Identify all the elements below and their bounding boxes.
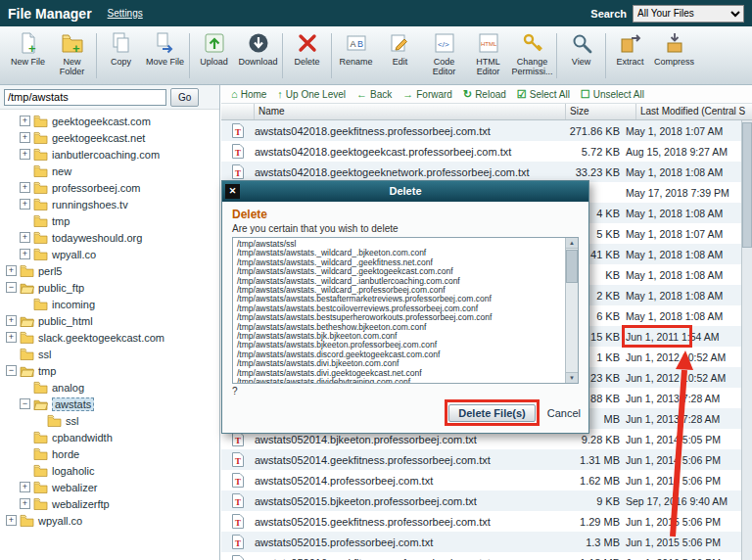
toolbar-new-file[interactable]: +New File xyxy=(6,30,50,67)
tree-item-ianbutlercoaching-com[interactable]: +ianbutlercoaching.com xyxy=(0,146,219,163)
file-row[interactable]: Tawstats052015.geekfitness.professorbeej… xyxy=(221,511,741,532)
tree-item-analog[interactable]: analog xyxy=(0,379,219,396)
tree-item-horde[interactable]: horde xyxy=(0,445,219,462)
collapse-icon[interactable]: − xyxy=(6,282,17,293)
collapse-icon[interactable]: − xyxy=(6,365,17,376)
expand-icon[interactable]: + xyxy=(20,498,30,509)
toolbar-change-permissi[interactable]: Change Permissi... xyxy=(510,30,554,76)
toolbar-copy[interactable]: Copy xyxy=(99,30,143,67)
settings-link[interactable]: Settings xyxy=(108,8,143,19)
tree-item-logaholic[interactable]: logaholic xyxy=(0,462,219,479)
back-icon: ← xyxy=(356,89,367,100)
search-filter-select[interactable]: All Your Files xyxy=(633,5,744,23)
file-row[interactable]: Tawstats052015.bjkeeton.professorbeej.co… xyxy=(221,490,741,511)
column-modified[interactable]: Last Modified (Central S xyxy=(636,104,752,119)
tree-item-geektogeekcast-net[interactable]: +geektogeekcast.net xyxy=(0,129,219,146)
tree-item-geektogeekcast-com[interactable]: +geektogeekcast.com xyxy=(0,113,219,129)
column-size[interactable]: Size xyxy=(566,104,636,119)
action-select-all[interactable]: ☑Select All xyxy=(517,89,570,100)
action-back[interactable]: ←Back xyxy=(356,89,392,100)
expand-icon[interactable]: + xyxy=(20,116,30,126)
toolbar-rename[interactable]: ABRename xyxy=(334,30,378,67)
toolbar-extract[interactable]: Extract xyxy=(608,30,652,67)
action-home[interactable]: ⌂Home xyxy=(231,89,266,100)
expand-icon[interactable]: + xyxy=(6,315,17,326)
toolbar-move-file[interactable]: Move File xyxy=(143,30,187,67)
toolbar-edit[interactable]: Edit xyxy=(378,30,422,67)
tree-item-wpyall-co[interactable]: +wpyall.co xyxy=(0,512,219,529)
cancel-button[interactable]: Cancel xyxy=(547,407,581,419)
close-icon[interactable]: ✕ xyxy=(225,184,240,199)
tree-item-cpbandwidth[interactable]: cpbandwidth xyxy=(0,429,219,445)
toolbar-html-editor[interactable]: HTMLHTML Editor xyxy=(466,30,510,76)
action-label: Home xyxy=(241,89,267,100)
expand-icon[interactable]: + xyxy=(6,332,17,343)
toolbar-download[interactable]: Download xyxy=(236,30,280,67)
action-unselect-all[interactable]: ☐Unselect All xyxy=(581,89,644,100)
tree-item-tmp[interactable]: −tmp xyxy=(0,362,219,379)
select-all-icon: ☑ xyxy=(517,89,527,100)
file-row[interactable]: Tawstats052015.professorbeej.com.txt1.3 … xyxy=(221,532,741,552)
path-go-button[interactable]: Go xyxy=(170,88,199,107)
delete-file-list[interactable]: /tmp/awstats/ssl/tmp/awstats/awstats._wi… xyxy=(232,237,579,384)
tree-item-awstats[interactable]: −awstats xyxy=(0,396,219,412)
toolbar-view[interactable]: View xyxy=(559,30,603,67)
dialog-scrollbar-thumb[interactable] xyxy=(566,250,578,283)
tree-item-public-ftp[interactable]: −public_ftp xyxy=(0,279,219,296)
tree-item-label: geektogeekcast.com xyxy=(52,116,151,127)
tree-item-slack-geektogeekcast-com[interactable]: +slack.geektogeekcast.com xyxy=(0,329,219,346)
action-label: Forward xyxy=(416,89,452,100)
tree-item-new[interactable]: new xyxy=(0,163,219,179)
file-row[interactable]: Tawstats042018.geektogeeknetwork.profess… xyxy=(221,162,741,182)
tree-item-professorbeej-com[interactable]: +professorbeej.com xyxy=(0,179,219,196)
scrollbar-thumb[interactable] xyxy=(742,122,752,248)
toolbar-delete[interactable]: Delete xyxy=(285,30,329,67)
tree-item-webalizer[interactable]: +webalizer xyxy=(0,479,219,495)
tree-item-tmp[interactable]: tmp xyxy=(0,212,219,229)
action-reload[interactable]: ↻Reload xyxy=(463,89,506,100)
path-input[interactable] xyxy=(4,89,166,106)
expand-icon[interactable]: + xyxy=(20,149,30,160)
scroll-down-icon[interactable]: ▼ xyxy=(566,372,578,383)
tree-item-ssl[interactable]: ssl xyxy=(0,346,219,362)
tree-item-perl5[interactable]: +perl5 xyxy=(0,262,219,279)
vertical-scrollbar[interactable] xyxy=(741,120,752,560)
expand-icon[interactable]: + xyxy=(6,515,17,526)
tree-item-ssl[interactable]: ssl xyxy=(0,412,219,429)
toolbar-code-editor[interactable]: </>Code Editor xyxy=(422,30,466,76)
scroll-up-icon[interactable]: ▲ xyxy=(566,238,578,249)
expand-icon[interactable]: + xyxy=(20,482,30,492)
tree-item-incoming[interactable]: incoming xyxy=(0,296,219,312)
toolbar-compress[interactable]: Compress xyxy=(652,30,696,67)
expand-icon[interactable]: + xyxy=(20,182,30,193)
tree-item-todayweshould-org[interactable]: +todayweshould.org xyxy=(0,229,219,246)
collapse-icon[interactable]: − xyxy=(20,398,30,409)
delete-list-item: /tmp/awstats/awstats.dividebytraining.co… xyxy=(237,378,562,384)
expand-icon[interactable]: + xyxy=(20,199,30,210)
dialog-scrollbar[interactable]: ▲ ▼ xyxy=(565,238,578,383)
toolbar-new-folder[interactable]: +New Folder xyxy=(50,30,94,76)
file-row[interactable]: Tawstats052014.professorbeej.com.txt1.62… xyxy=(221,470,741,490)
directory-tree: +geektogeekcast.com+geektogeekcast.net+i… xyxy=(0,110,219,560)
action-forward[interactable]: →Forward xyxy=(402,89,452,100)
tree-item-public-html[interactable]: +public_html xyxy=(0,312,219,329)
file-modified: May 1, 2018 1:07 AM xyxy=(626,126,741,136)
delete-files-button[interactable]: Delete File(s) xyxy=(448,404,535,422)
expand-icon[interactable]: + xyxy=(20,249,30,259)
tree-item-runningshoes-tv[interactable]: +runningshoes.tv xyxy=(0,196,219,212)
action-up-one-level[interactable]: ↑Up One Level xyxy=(277,89,346,100)
file-row[interactable]: Tawstats052016.geekfitness.professorbeej… xyxy=(221,552,741,560)
top-header-bar: File Manager Settings Search All Your Fi… xyxy=(0,0,752,26)
tree-item-wpyall-co[interactable]: +wpyall.co xyxy=(0,246,219,262)
column-name[interactable]: Name xyxy=(255,104,566,119)
file-row[interactable]: Tawstats042018.geektogeekcast.professorb… xyxy=(221,141,741,162)
file-row[interactable]: Tawstats042018.geekfitness.professorbeej… xyxy=(221,120,741,141)
folder-closed-icon xyxy=(33,181,48,194)
toolbar-upload[interactable]: Upload xyxy=(192,30,236,67)
file-name: awstats052015.professorbeej.com.txt xyxy=(255,537,555,548)
tree-item-webalizerftp[interactable]: +webalizerftp xyxy=(0,495,219,512)
file-row[interactable]: Tawstats052014.geekfitness.professorbeej… xyxy=(221,449,741,470)
expand-icon[interactable]: + xyxy=(20,132,30,143)
expand-icon[interactable]: + xyxy=(6,265,17,276)
expand-icon[interactable]: + xyxy=(20,232,30,243)
